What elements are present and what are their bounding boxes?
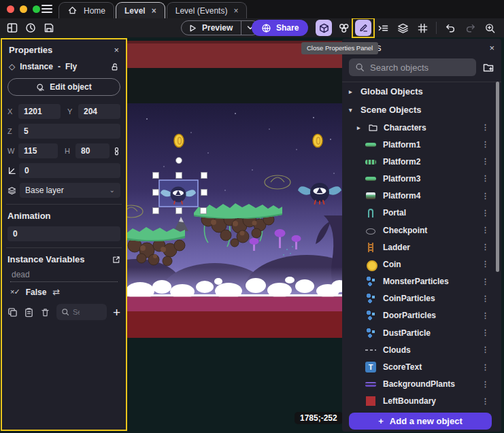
tab-level-events[interactable]: Level (Events) × (167, 2, 248, 18)
object-row[interactable]: DustParticle ⋮ (342, 324, 501, 341)
kebab-menu-icon[interactable]: ⋮ (482, 123, 489, 132)
maximize-window-icon[interactable] (33, 5, 40, 13)
scene-world[interactable] (127, 37, 342, 433)
height-field[interactable]: 80 (75, 143, 110, 158)
object-row[interactable]: DoorParticles ⋮ (342, 307, 501, 324)
object-row[interactable]: BackgroundPlants ⋮ (342, 376, 501, 393)
save-icon[interactable] (42, 21, 56, 35)
zoom-in-icon[interactable] (482, 20, 498, 36)
variable-value[interactable]: False (26, 288, 47, 297)
kebab-menu-icon[interactable]: ⋮ (482, 380, 489, 389)
object-label: BackgroundPlants (383, 379, 455, 389)
variable-name[interactable]: dead (10, 270, 118, 282)
outline-list-icon[interactable] (375, 20, 391, 36)
object-label: ScoreText (383, 362, 422, 372)
close-icon[interactable]: × (114, 45, 119, 55)
link-dimensions-icon[interactable] (113, 146, 120, 156)
close-tab-icon[interactable]: × (233, 6, 238, 16)
y-field[interactable]: 204 (78, 104, 120, 119)
redo-icon[interactable] (462, 20, 478, 36)
object-row[interactable]: CoinParticles ⋮ (342, 290, 501, 307)
kebab-menu-icon[interactable]: ⋮ (482, 294, 489, 303)
tab-home[interactable]: Home (58, 2, 114, 18)
objects-search-input[interactable]: Search objects (349, 58, 476, 76)
share-button[interactable]: Share (252, 20, 308, 36)
close-icon[interactable]: × (489, 43, 494, 53)
object-row[interactable]: ScoreText ⋮ (342, 358, 501, 375)
particles-icon (365, 328, 376, 339)
open-external-icon[interactable] (112, 256, 120, 264)
object-row[interactable]: Ladder ⋮ (342, 239, 501, 256)
kebab-menu-icon[interactable]: ⋮ (482, 397, 489, 406)
kebab-menu-icon[interactable]: ⋮ (482, 174, 489, 183)
edit-object-button[interactable]: Edit object (7, 78, 120, 96)
trash-icon[interactable] (40, 307, 50, 317)
object-label: Platform4 (383, 191, 420, 201)
objects-panel: Objects × Search objects ▸ Global Object… (342, 39, 501, 432)
add-folder-icon[interactable] (482, 61, 494, 73)
object-row[interactable]: MonsterParticles ⋮ (342, 273, 501, 290)
object-row[interactable]: Clouds ⋮ (342, 341, 501, 358)
objects-scrollbar[interactable] (496, 82, 499, 272)
z-field[interactable]: 5 (18, 124, 120, 139)
animation-field[interactable]: 0 (7, 226, 120, 241)
cursor-coordinates: 1785;-252 (295, 412, 343, 424)
kebab-menu-icon[interactable]: ⋮ (482, 345, 489, 354)
history-icon[interactable] (24, 21, 37, 35)
preview-button[interactable]: Preview (181, 20, 260, 35)
copy-icon[interactable] (7, 307, 18, 317)
instances-icon[interactable] (335, 20, 352, 36)
layer-select[interactable]: Base layer ⌄ (20, 183, 120, 198)
swap-value-icon[interactable]: ⇄ (52, 287, 60, 297)
trash-icon[interactable] (501, 20, 504, 36)
share-label: Share (276, 23, 299, 33)
scene-canvas[interactable]: 1785;-252 Properties × ◇ Instance - Fly … (0, 37, 504, 433)
object-label: Platform2 (383, 157, 420, 167)
object-row[interactable]: Platform1 ⋮ (342, 136, 501, 153)
rotate-handle[interactable] (176, 158, 182, 164)
grid-icon[interactable] (414, 20, 431, 36)
angle-field[interactable]: 0 (19, 163, 120, 178)
kebab-menu-icon[interactable]: ⋮ (482, 277, 489, 286)
selected-fly-instance[interactable] (159, 180, 198, 207)
kebab-menu-icon[interactable]: ⋮ (482, 363, 489, 372)
menu-icon[interactable] (41, 3, 52, 14)
kebab-menu-icon[interactable]: ⋮ (482, 328, 489, 337)
group-global-objects[interactable]: ▸ Global Objects (342, 82, 501, 101)
angle-icon (7, 167, 16, 175)
kebab-menu-icon[interactable]: ⋮ (482, 192, 489, 201)
add-new-object-button[interactable]: + Add a new object (349, 413, 492, 430)
portal-icon (365, 207, 376, 218)
object-row[interactable]: Platform4 ⋮ (342, 188, 501, 205)
object-row[interactable]: Platform3 ⋮ (342, 170, 501, 187)
object-row[interactable]: LeftBoundary ⋮ (342, 393, 501, 410)
width-field[interactable]: 115 (18, 143, 58, 158)
lock-open-icon[interactable] (110, 63, 119, 71)
x-field[interactable]: 1201 (18, 104, 61, 119)
tab-level[interactable]: Level × (116, 2, 165, 18)
kebab-menu-icon[interactable]: ⋮ (482, 260, 489, 269)
edit-properties-icon[interactable] (355, 20, 371, 36)
kebab-menu-icon[interactable]: ⋮ (482, 140, 489, 149)
kebab-menu-icon[interactable]: ⋮ (482, 209, 489, 218)
add-variable-button[interactable]: + (113, 306, 120, 319)
undo-icon[interactable] (442, 20, 458, 36)
close-window-icon[interactable] (7, 5, 14, 13)
folder-characters[interactable]: ▸ Characters ⋮ (342, 119, 501, 136)
object-row[interactable]: Coin ⋮ (342, 256, 501, 273)
kebab-menu-icon[interactable]: ⋮ (482, 226, 489, 235)
kebab-menu-icon[interactable]: ⋮ (482, 243, 489, 252)
layers-icon[interactable] (394, 20, 411, 36)
paste-icon[interactable] (24, 307, 34, 317)
minimize-window-icon[interactable] (20, 5, 27, 13)
object-row[interactable]: Portal ⋮ (342, 205, 501, 222)
group-scene-objects[interactable]: ▾ Scene Objects (342, 101, 501, 119)
kebab-menu-icon[interactable]: ⋮ (482, 157, 489, 166)
object-row[interactable]: Checkpoint ⋮ (342, 222, 501, 239)
cube-3d-icon[interactable] (316, 20, 332, 36)
object-row[interactable]: Platform2 ⋮ (342, 153, 501, 170)
variables-search-input[interactable]: Search (56, 304, 107, 320)
kebab-menu-icon[interactable]: ⋮ (482, 311, 489, 320)
layout-panels-icon[interactable] (5, 21, 19, 35)
close-tab-icon[interactable]: × (152, 6, 156, 16)
